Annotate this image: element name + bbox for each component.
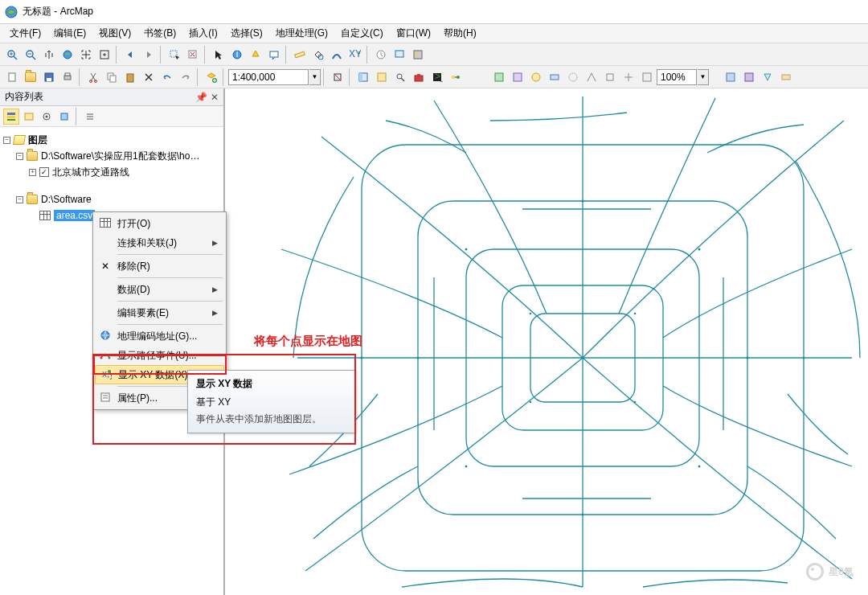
- ctx-joins[interactable]: 连接和关联(J)▶: [95, 233, 224, 252]
- new-icon[interactable]: [3, 68, 21, 86]
- forward-icon[interactable]: [140, 46, 158, 64]
- svg-rect-60: [25, 113, 33, 120]
- menu-file[interactable]: 文件(F): [3, 24, 47, 43]
- search-window-icon[interactable]: [391, 68, 409, 86]
- svg-rect-15: [295, 51, 305, 58]
- svg-rect-37: [378, 73, 386, 81]
- georef-5-icon[interactable]: [564, 68, 582, 86]
- georef-8-icon[interactable]: [620, 68, 637, 86]
- svg-point-77: [698, 466, 701, 468]
- list-by-selection-icon[interactable]: [56, 109, 72, 125]
- collapse-icon[interactable]: −: [16, 196, 23, 203]
- georef-icon[interactable]: [490, 68, 508, 86]
- ctx-remove[interactable]: ✕移除(R): [95, 256, 224, 276]
- menu-bookmarks[interactable]: 书签(B): [137, 24, 182, 43]
- clear-selection-icon[interactable]: [184, 46, 202, 64]
- pointer-icon[interactable]: [210, 46, 227, 64]
- viewer-window-icon[interactable]: [391, 46, 408, 64]
- toc-options-icon[interactable]: [82, 109, 98, 125]
- drawing-1-icon[interactable]: [722, 68, 739, 86]
- drawing-2-icon[interactable]: [740, 68, 758, 86]
- zoom-in-icon[interactable]: [3, 46, 21, 64]
- list-by-drawing-order-icon[interactable]: [3, 109, 19, 125]
- print-icon[interactable]: [59, 68, 76, 86]
- fixed-zoom-in-icon[interactable]: [77, 46, 95, 64]
- close-icon[interactable]: ✕: [211, 92, 219, 103]
- georef-7-icon[interactable]: [601, 68, 619, 86]
- list-by-source-icon[interactable]: [21, 109, 37, 125]
- modelbuilder-icon[interactable]: [447, 68, 465, 86]
- editor-toolbar-icon[interactable]: [329, 68, 346, 86]
- select-features-icon[interactable]: [166, 46, 183, 64]
- menu-geoprocessing[interactable]: 地理处理(G): [269, 24, 334, 43]
- ctx-open[interactable]: 打开(O): [95, 214, 224, 233]
- open-icon[interactable]: [22, 68, 39, 86]
- submenu-arrow-icon: ▶: [212, 285, 218, 293]
- undo-icon[interactable]: [158, 68, 176, 86]
- layout-zoom-dropdown-icon[interactable]: ▼: [698, 69, 709, 85]
- find-route-icon[interactable]: [328, 46, 346, 64]
- drawing-3-icon[interactable]: [759, 68, 776, 86]
- copy-icon[interactable]: [103, 68, 121, 86]
- expand-icon[interactable]: +: [29, 169, 36, 176]
- redo-icon[interactable]: [177, 68, 194, 86]
- georef-6-icon[interactable]: [583, 68, 600, 86]
- tree-folder-1[interactable]: − D:\Software\实操应用1配套数据\house: [3, 148, 220, 164]
- table-open-icon: [98, 218, 113, 230]
- checkbox-checked-icon[interactable]: ✓: [39, 167, 49, 177]
- svg-rect-26: [65, 73, 70, 76]
- drawing-4-icon[interactable]: [777, 68, 795, 86]
- menu-insert[interactable]: 插入(I): [182, 24, 223, 43]
- time-slider-icon[interactable]: [372, 46, 390, 64]
- tree-root[interactable]: − 图层: [3, 132, 220, 148]
- menu-select[interactable]: 选择(S): [224, 24, 269, 43]
- identify-icon[interactable]: i: [228, 46, 246, 64]
- ctx-data[interactable]: 数据(D)▶: [95, 280, 224, 299]
- zoom-out-icon[interactable]: [22, 46, 39, 64]
- svg-text:>_: >_: [435, 72, 443, 82]
- goto-xy-icon[interactable]: XY: [346, 46, 364, 64]
- svg-point-80: [530, 313, 532, 315]
- hyperlink-icon[interactable]: [247, 46, 264, 64]
- georef-4-icon[interactable]: [546, 68, 563, 86]
- ctx-geocode[interactable]: 地理编码地址(G)...: [95, 326, 224, 346]
- fixed-zoom-out-icon[interactable]: [96, 46, 113, 64]
- pan-icon[interactable]: [40, 46, 58, 64]
- image-analysis-icon[interactable]: [409, 46, 427, 64]
- menu-view[interactable]: 视图(V): [92, 24, 137, 43]
- measure-icon[interactable]: [291, 46, 309, 64]
- arctoolbox-icon[interactable]: [410, 68, 428, 86]
- add-data-icon[interactable]: [203, 68, 220, 86]
- paste-icon[interactable]: [121, 68, 139, 86]
- ctx-edit-features[interactable]: 编辑要素(E)▶: [95, 303, 224, 322]
- catalog-window-icon[interactable]: [373, 68, 391, 86]
- cut-icon[interactable]: [84, 68, 102, 86]
- layout-zoom-input[interactable]: 100%: [657, 69, 697, 85]
- toc-window-icon[interactable]: [354, 68, 372, 86]
- delete-icon[interactable]: [140, 68, 158, 86]
- html-popup-icon[interactable]: [265, 46, 283, 64]
- save-icon[interactable]: [40, 68, 58, 86]
- svg-rect-55: [745, 73, 753, 81]
- menu-customize[interactable]: 自定义(C): [334, 24, 390, 43]
- collapse-icon[interactable]: −: [3, 137, 10, 144]
- georef-3-icon[interactable]: [527, 68, 545, 86]
- tree-folder-2[interactable]: − D:\Software: [3, 191, 220, 207]
- tree-layer-1[interactable]: + ✓ 北京城市交通路线: [3, 164, 220, 180]
- menu-window[interactable]: 窗口(W): [390, 24, 437, 43]
- svg-rect-48: [514, 73, 522, 81]
- list-by-visibility-icon[interactable]: [39, 109, 55, 125]
- folder-icon: [27, 151, 38, 161]
- collapse-icon[interactable]: −: [16, 153, 23, 160]
- menu-help[interactable]: 帮助(H): [437, 24, 483, 43]
- python-window-icon[interactable]: >_: [428, 68, 446, 86]
- pin-icon[interactable]: 📌: [195, 92, 207, 103]
- back-icon[interactable]: [121, 46, 139, 64]
- menu-edit[interactable]: 编辑(E): [47, 24, 92, 43]
- georef-9-icon[interactable]: [638, 68, 656, 86]
- scale-input[interactable]: 1:400,000: [228, 69, 309, 85]
- full-extent-icon[interactable]: [59, 46, 76, 64]
- georef-2-icon[interactable]: [509, 68, 526, 86]
- scale-dropdown-icon[interactable]: ▼: [309, 69, 321, 85]
- find-icon[interactable]: [309, 46, 327, 64]
